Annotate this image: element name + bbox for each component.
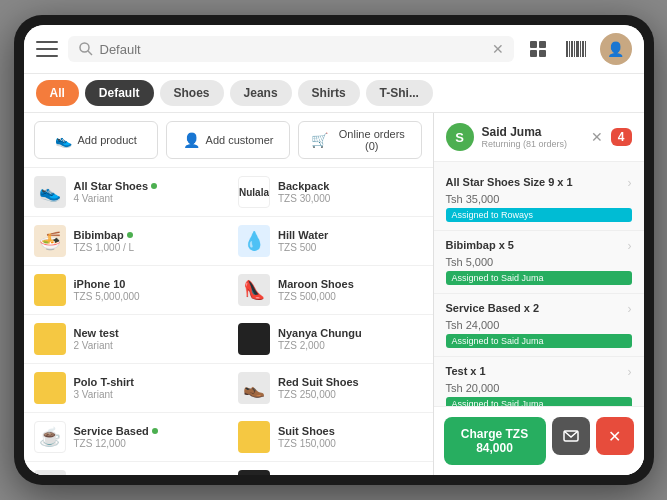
- cart-close-button[interactable]: ✕: [591, 129, 603, 145]
- svg-rect-8: [571, 41, 573, 57]
- cart-item-row: Test x 1 ›: [446, 365, 632, 379]
- tab-tshirts[interactable]: T-Shi...: [366, 80, 433, 106]
- product-name: Maroon Shoes: [278, 278, 423, 290]
- cart-item-row: Service Based x 2 ›: [446, 302, 632, 316]
- tab-jeans[interactable]: Jeans: [230, 80, 292, 106]
- tab-all[interactable]: All: [36, 80, 79, 106]
- email-button[interactable]: [552, 417, 590, 455]
- list-item[interactable]: Nulala Backpack TZS 30,000: [228, 168, 433, 217]
- product-name: Backpack: [278, 180, 423, 192]
- cart-item-name: Test x 1: [446, 365, 486, 377]
- top-bar: ✕: [24, 25, 644, 74]
- product-meta: TZS 2,000: [278, 340, 423, 351]
- cart-item-price: Tsh 24,000: [446, 319, 632, 331]
- product-thumbnail: 👞: [34, 470, 66, 475]
- assigned-badge: Assigned to Said Juma: [446, 397, 632, 406]
- customer-avatar: S: [446, 123, 474, 151]
- product-info: Polo T-shirt 3 Variant: [74, 376, 219, 400]
- svg-rect-3: [539, 41, 546, 48]
- product-meta: TZS 150,000: [278, 438, 423, 449]
- cart-arrow-icon: ›: [628, 239, 632, 253]
- add-customer-icon: 👤: [183, 132, 200, 148]
- cart-item-name: Bibimbap x 5: [446, 239, 514, 251]
- list-item[interactable]: 💧 Hill Water TZS 500: [228, 217, 433, 266]
- product-thumbnail: 🍜: [34, 225, 66, 257]
- tab-default[interactable]: Default: [85, 80, 154, 106]
- list-item[interactable]: iPhone 10 TZS 5,000,000: [24, 266, 229, 315]
- add-customer-button[interactable]: 👤 Add customer: [166, 121, 290, 159]
- product-info: New test 2 Variant: [74, 327, 219, 351]
- cart-item-price: Tsh 20,000: [446, 382, 632, 394]
- list-item[interactable]: ☕ Service Based TZS 12,000: [24, 413, 229, 462]
- product-meta: 2 Variant: [74, 340, 219, 351]
- cart-item-row: All Star Shoes Size 9 x 1 ›: [446, 176, 632, 190]
- product-info: Service Based TZS 12,000: [74, 425, 219, 449]
- svg-rect-9: [574, 41, 575, 57]
- cart-item[interactable]: Service Based x 2 › Tsh 24,000 Assigned …: [434, 294, 644, 357]
- cart-item[interactable]: Test x 1 › Tsh 20,000 Assigned to Said J…: [434, 357, 644, 406]
- cart-arrow-icon: ›: [628, 365, 632, 379]
- product-thumbnail: ☕: [34, 421, 66, 453]
- barcode-icon[interactable]: [562, 35, 590, 63]
- product-thumbnail: Nulala: [238, 176, 270, 208]
- list-item[interactable]: Nyanya Chungu TZS 2,000: [228, 315, 433, 364]
- svg-rect-7: [569, 41, 570, 57]
- grid-view-icon[interactable]: [524, 35, 552, 63]
- list-item[interactable]: Polo T-shirt 3 Variant: [24, 364, 229, 413]
- stock-dot: [127, 232, 133, 238]
- assigned-badge: Assigned to Roways: [446, 208, 632, 222]
- category-tabs: All Default Shoes Jeans Shirts T-Shi...: [24, 74, 644, 113]
- list-item[interactable]: 👟 All Star Shoes 4 Variant: [24, 168, 229, 217]
- product-thumbnail: 👞: [238, 372, 270, 404]
- list-item[interactable]: New test 2 Variant: [24, 315, 229, 364]
- cart-item[interactable]: All Star Shoes Size 9 x 1 › Tsh 35,000 A…: [434, 168, 644, 231]
- close-search-icon[interactable]: ✕: [492, 41, 504, 57]
- left-panel: 👟 Add product 👤 Add customer 🛒 Online or…: [24, 113, 434, 475]
- menu-icon[interactable]: [36, 41, 58, 57]
- product-thumbnail: 💧: [238, 225, 270, 257]
- product-info: Suit Shoes TZS 250,000: [74, 474, 219, 475]
- svg-rect-5: [539, 50, 546, 57]
- product-thumbnail: 👟: [34, 176, 66, 208]
- product-meta: TZS 500,000: [278, 291, 423, 302]
- search-input[interactable]: [100, 42, 486, 57]
- top-bar-icons: 👤: [524, 33, 632, 65]
- list-item[interactable]: 🍜 Bibimbap TZS 1,000 / L: [24, 217, 229, 266]
- add-customer-label: Add customer: [206, 134, 274, 146]
- online-orders-icon: 🛒: [311, 132, 328, 148]
- product-name: Hill Water: [278, 229, 423, 241]
- list-item[interactable]: 👞 Red Suit Shoes TZS 250,000: [228, 364, 433, 413]
- product-name: New test: [74, 327, 219, 339]
- cart-item-name: All Star Shoes Size 9 x 1: [446, 176, 573, 188]
- product-info: Nyanya Chungu TZS 2,000: [278, 327, 423, 351]
- add-product-icon: 👟: [55, 132, 72, 148]
- add-product-button[interactable]: 👟 Add product: [34, 121, 158, 159]
- cart-item[interactable]: Bibimbap x 5 › Tsh 5,000 Assigned to Sai…: [434, 231, 644, 294]
- user-avatar[interactable]: 👤: [600, 33, 632, 65]
- list-item[interactable]: 👞 Suit Shoes TZS 250,000: [24, 462, 229, 475]
- cart-badge: 4: [611, 128, 632, 146]
- tablet-frame: ✕: [14, 15, 654, 485]
- tab-shoes[interactable]: Shoes: [160, 80, 224, 106]
- list-item[interactable]: Test TZS 20,000: [228, 462, 433, 475]
- product-info: All Star Shoes 4 Variant: [74, 180, 219, 204]
- product-name: Red Suit Shoes: [278, 376, 423, 388]
- cancel-icon: ✕: [608, 427, 621, 446]
- list-item[interactable]: 👠 Maroon Shoes TZS 500,000: [228, 266, 433, 315]
- product-name: Suit Shoes: [74, 474, 219, 475]
- svg-rect-6: [566, 41, 568, 57]
- cart-item-row: Bibimbap x 5 ›: [446, 239, 632, 253]
- tab-shirts[interactable]: Shirts: [298, 80, 360, 106]
- product-name: Nyanya Chungu: [278, 327, 423, 339]
- search-box: ✕: [68, 36, 514, 62]
- product-info: Backpack TZS 30,000: [278, 180, 423, 204]
- product-meta: TZS 5,000,000: [74, 291, 219, 302]
- product-info: iPhone 10 TZS 5,000,000: [74, 278, 219, 302]
- list-item[interactable]: Suit Shoes TZS 150,000: [228, 413, 433, 462]
- charge-button[interactable]: Charge TZS 84,000: [444, 417, 546, 465]
- product-meta: 4 Variant: [74, 193, 219, 204]
- product-meta: TZS 1,000 / L: [74, 242, 219, 253]
- cancel-button[interactable]: ✕: [596, 417, 634, 455]
- action-bar: 👟 Add product 👤 Add customer 🛒 Online or…: [24, 113, 433, 168]
- online-orders-button[interactable]: 🛒 Online orders (0): [298, 121, 422, 159]
